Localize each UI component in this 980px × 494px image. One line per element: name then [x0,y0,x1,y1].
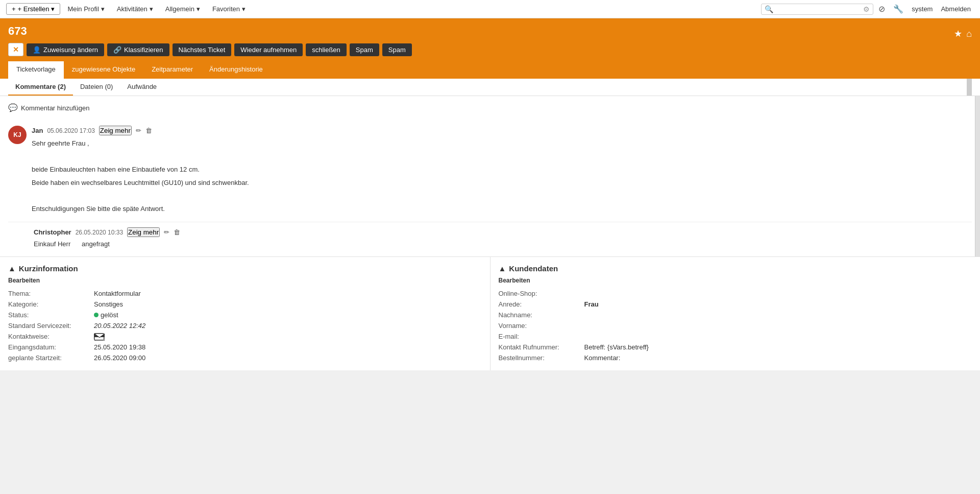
create-label: + Erstellen [18,5,50,13]
bottom-panels: ▲ Kurzinformation Bearbeiten Thema: Kont… [0,256,980,371]
kurzinfo-title: Kurzinformation [19,264,78,273]
kundendaten-row-email: E-mail: [499,331,972,342]
chevron-down-icon: ▾ [242,5,246,13]
comment-2-text: Einkauf Herr angefragt [34,239,972,249]
favoriten-menu[interactable]: Favoriten ▾ [207,2,251,16]
kundendaten-title: Kundendaten [509,264,558,273]
allgemein-label: Allgemein [165,5,194,13]
user-label: system [909,5,936,13]
aktivitaeten-menu[interactable]: Aktivitäten ▾ [112,2,158,16]
comment-1: KJ Jan 05.06.2020 17:03 Zeig mehr ✏ 🗑 Se… [8,121,972,222]
tab-ticketvorlage[interactable]: Ticketvorlage [8,61,64,79]
schliessen-label: schließen [312,46,340,54]
tab-kommentare[interactable]: Kommentare (2) [8,79,73,96]
scroll-up-indicator [967,79,972,96]
kundendaten-row-vorname: Vorname: [499,320,972,331]
kurzinfo-row-servicezeit: Standard Servicezeit: 20.05.2022 12:42 [8,320,482,331]
search-icon: 🔍 [765,5,773,13]
spam-button-1[interactable]: Spam [350,43,379,56]
action-bar: ✕ 👤 Zuweisung ändern 🔗 Klassifizieren Nä… [8,43,972,56]
ticket-header: 673 ★ ⌂ ✕ 👤 Zuweisung ändern 🔗 Klassifiz… [0,18,980,79]
comment-1-delete-icon[interactable]: 🗑 [145,127,152,134]
svg-rect-0 [94,334,105,341]
comment-2-edit-icon[interactable]: ✏ [164,228,169,236]
status-dot [94,313,99,317]
ticket-id: 673 [8,25,27,38]
comment-2-meta: Christopher 26.05.2020 10:33 Zeig mehr ✏… [34,227,972,237]
tab-zugewiesene-objekte[interactable]: zugewiesene Objekte [64,61,143,79]
zuweisung-label: Zuweisung ändern [43,46,98,54]
search-box: 🔍 ⚙ [761,4,873,15]
tab-zeitparameter[interactable]: Zeitparameter [143,61,201,79]
favoriten-label: Favoriten [212,5,240,13]
mein-profil-label: Mein Profil [67,5,99,13]
comment-1-text: Sehr geehrte Frau , beide Einbauleuchten… [32,138,972,214]
comment-2-show-more[interactable]: Zeig mehr [127,227,160,237]
search-input[interactable] [773,5,863,13]
naechstes-ticket-button[interactable]: Nächstes Ticket [173,43,232,56]
chevron-icon-2[interactable]: ▲ [499,264,506,273]
create-button[interactable]: + + Erstellen ▾ [6,3,60,15]
schliessen-button[interactable]: schließen [306,43,347,56]
ticket-tabs: Ticketvorlage zugewiesene Objekte Zeitpa… [8,61,972,79]
mein-profil-menu[interactable]: Mein Profil ▾ [62,2,109,16]
email-icon [94,333,104,340]
kundendaten-header: ▲ Kundendaten [499,264,972,273]
chevron-icon[interactable]: ▲ [8,264,16,273]
comment-1-edit-icon[interactable]: ✏ [136,127,141,134]
klassifizieren-label: Klassifizieren [124,46,163,54]
chevron-down-icon: ▾ [197,5,200,13]
kurzinfo-row-status: Status: gelöst [8,310,482,320]
close-x-button[interactable]: ✕ [8,43,23,56]
comment-1-meta: Jan 05.06.2020 17:03 Zeig mehr ✏ 🗑 [32,126,972,135]
filter-icon[interactable]: ⚙ [863,5,870,13]
chevron-down-icon: ▾ [101,5,105,13]
logout-button[interactable]: Abmelden [938,5,974,13]
kundendaten-row-nachname: Nachname: [499,310,972,320]
avatar-kj: KJ [8,126,27,144]
kundendaten-row-bestellnummer: Bestellnummer: Kommentar: [499,352,972,363]
content-tabs: Kommentare (2) Dateien (0) Aufwände [0,79,980,96]
kurzinfo-rows: Thema: Kontaktformular Kategorie: Sonsti… [8,288,482,364]
home-icon[interactable]: ⌂ [966,29,972,39]
kundendaten-row-rufnummer: Kontakt Rufnummer: Betreff: {sVars.betre… [499,342,972,352]
zuweisung-button[interactable]: 👤 Zuweisung ändern [27,43,104,56]
tab-aufwaende[interactable]: Aufwände [120,79,164,96]
spam-label-1: Spam [356,46,373,54]
plus-icon: + [12,5,16,13]
add-comment-label: Kommentar hinzufügen [21,104,89,112]
comment-2-author: Christopher [34,228,71,236]
tab-dateien[interactable]: Dateien (0) [73,79,120,96]
notifications-icon[interactable]: ⊘ [875,3,888,15]
kurzinfo-row-kategorie: Kategorie: Sonstiges [8,299,482,310]
comment-2-delete-icon[interactable]: 🗑 [174,228,180,236]
comment-1-body: Jan 05.06.2020 17:03 Zeig mehr ✏ 🗑 Sehr … [32,126,972,217]
klassifizieren-button[interactable]: 🔗 Klassifizieren [107,43,169,56]
star-icon[interactable]: ★ [954,28,962,39]
kurzinfo-row-kontaktweise: Kontaktweise: [8,331,482,342]
kurzinfo-header: ▲ Kurzinformation [8,264,482,273]
kundendaten-row-online-shop: Online-Shop: [499,288,972,299]
aktivitaeten-label: Aktivitäten [117,5,148,13]
main-content: 💬 Kommentar hinzufügen KJ Jan 05.06.2020… [0,96,980,256]
spam-button-2[interactable]: Spam [382,43,412,56]
comment-2-body: Christopher 26.05.2020 10:33 Zeig mehr ✏… [34,227,972,249]
kundendaten-edit[interactable]: Bearbeiten [499,277,972,284]
wieder-aufnehmen-label: Wieder aufnehmen [240,46,297,54]
comment-1-show-more[interactable]: Zeig mehr [99,126,132,135]
comment-icon: 💬 [8,103,18,112]
allgemein-menu[interactable]: Allgemein ▾ [160,2,205,16]
comment-2-date: 26.05.2020 10:33 [76,229,123,236]
chevron-down-icon: ▾ [150,5,153,13]
tools-icon[interactable]: 🔧 [890,3,906,15]
scrollbar[interactable] [975,96,980,256]
kurzinfo-edit[interactable]: Bearbeiten [8,277,482,284]
tab-aenderungshistorie[interactable]: Änderungshistorie [201,61,271,79]
kurzinfo-row-startzeit: geplante Startzeit: 26.05.2020 09:00 [8,352,482,363]
kundendaten-rows: Online-Shop: Anrede: Frau Nachname: Vorn… [499,288,972,363]
wieder-aufnehmen-button[interactable]: Wieder aufnehmen [234,43,303,56]
kurzinfo-row-thema: Thema: Kontaktformular [8,288,482,299]
kurzinfo-row-eingangsdatum: Eingangsdatum: 25.05.2020 19:38 [8,342,482,352]
person-icon: 👤 [33,46,41,54]
add-comment-button[interactable]: 💬 Kommentar hinzufügen [8,101,89,114]
